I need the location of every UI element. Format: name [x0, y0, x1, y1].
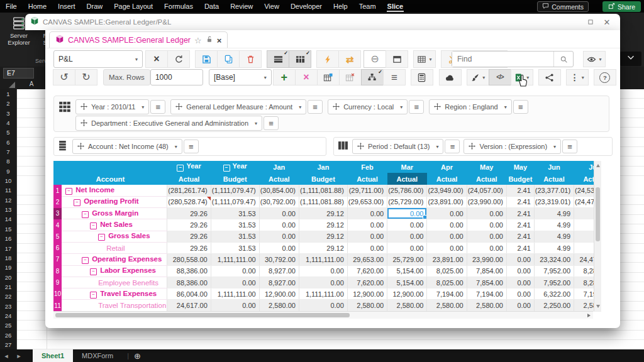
- value-cell[interactable]: 1,111,111.00: [211, 288, 259, 300]
- row-header-12[interactable]: 12: [0, 195, 16, 205]
- menu-item-file[interactable]: File: [0, 0, 23, 13]
- filter-chip-dept[interactable]: Department : Executive General and Admin…: [75, 116, 262, 131]
- max-rows-label[interactable]: Max. Rows: [103, 69, 150, 85]
- column-header-period-3[interactable]: Jan: [299, 161, 347, 173]
- horizontal-scrollbar[interactable]: [53, 311, 593, 319]
- value-cell[interactable]: 0.00: [467, 219, 506, 231]
- columns-axis-chip-1-list-icon[interactable]: ≡: [562, 140, 577, 153]
- value-cell[interactable]: 2.41: [506, 242, 534, 253]
- value-cell[interactable]: (1,111,079.47): [211, 196, 259, 207]
- new-sheet-button[interactable]: ⊕: [134, 351, 141, 361]
- save-button[interactable]: [195, 50, 218, 68]
- row-header-15[interactable]: 15: [0, 224, 16, 234]
- visibility-button[interactable]: ▾: [583, 51, 606, 67]
- value-cell[interactable]: 0.00: [259, 242, 299, 253]
- value-cell[interactable]: 88,386.00: [167, 277, 211, 288]
- value-cell[interactable]: 5,154.00: [387, 277, 427, 288]
- columns-axis-chip-0-list-icon[interactable]: ≡: [445, 140, 460, 153]
- delete-sheet-button[interactable]: [339, 69, 362, 85]
- sheet-tab-mdxform[interactable]: MDXForm: [73, 349, 122, 362]
- row-header-2[interactable]: 2: [0, 99, 16, 108]
- sheet-prev-icon[interactable]: ◂: [0, 352, 13, 360]
- filter-chip-1[interactable]: General Ledger Measure : Amount▾: [170, 99, 306, 114]
- value-cell[interactable]: 2,580.00: [347, 300, 387, 311]
- row-header-23[interactable]: 23: [0, 302, 16, 311]
- value-cell[interactable]: 0.00: [259, 208, 299, 219]
- row-header-17[interactable]: 17: [0, 244, 16, 253]
- value-cell[interactable]: 0.00: [506, 254, 534, 265]
- value-cell[interactable]: 0.00: [387, 231, 427, 242]
- row-header-8[interactable]: 8: [0, 156, 16, 166]
- row-number-4[interactable]: 4: [53, 219, 62, 231]
- value-cell[interactable]: 8,025.00: [427, 265, 467, 277]
- view-tab[interactable]: CANVAS SAMPLE:General Ledger ☆ ×: [49, 31, 228, 48]
- value-cell[interactable]: 29.26: [167, 231, 211, 242]
- help-button[interactable]: ?: [594, 69, 616, 85]
- value-cell[interactable]: 2,580.00: [387, 300, 427, 311]
- row-header-14[interactable]: 14: [0, 214, 16, 224]
- scroll-up-icon[interactable]: [596, 164, 600, 167]
- row-header-11[interactable]: 11: [0, 185, 16, 195]
- scroll-thumb[interactable]: [55, 313, 350, 317]
- row-header-20[interactable]: 20: [0, 273, 16, 282]
- value-cell[interactable]: 88,386.00: [167, 265, 211, 277]
- column-header-measure-3[interactable]: Budget: [299, 173, 347, 185]
- row-number-7[interactable]: 7: [53, 254, 62, 265]
- account-column-header[interactable]: Account: [53, 161, 167, 185]
- value-cell[interactable]: 2.41: [506, 196, 534, 207]
- value-cell[interactable]: 0.00: [427, 208, 467, 219]
- value-cell[interactable]: 7,854.00: [467, 265, 506, 277]
- row-header-10[interactable]: 10: [0, 176, 16, 185]
- column-header-measure-4[interactable]: Actual: [347, 173, 387, 185]
- row-number-2[interactable]: 2: [53, 196, 62, 207]
- remove-button[interactable]: ×: [295, 69, 318, 85]
- account-cell-travel-expenses[interactable]: −Travel Expenses: [62, 288, 167, 300]
- value-cell[interactable]: (1,111,081.88): [299, 196, 347, 207]
- column-header-period-6[interactable]: Apr: [427, 161, 467, 173]
- column-header-measure-9[interactable]: Actual: [534, 173, 574, 185]
- row-number-8[interactable]: 8: [53, 265, 62, 277]
- account-cell-labor-expenses[interactable]: −Labor Expenses: [62, 265, 167, 277]
- row-number-11[interactable]: 11: [53, 300, 62, 311]
- account-cell-employee-benefits[interactable]: Employee Benefits: [62, 277, 167, 288]
- vertical-scrollbar[interactable]: [594, 161, 601, 311]
- value-cell[interactable]: (23,891.00): [427, 196, 467, 207]
- close-view-button[interactable]: ×: [145, 50, 168, 68]
- menu-item-developer[interactable]: Developer: [285, 0, 328, 13]
- account-cell-gross-margin[interactable]: −Gross Margin: [62, 208, 167, 219]
- code-view-button[interactable]: </>: [489, 69, 511, 85]
- value-cell[interactable]: 8,927.00: [259, 265, 299, 277]
- filter-chip-2-list-icon[interactable]: ≡: [409, 100, 424, 114]
- value-cell[interactable]: 0.00: [387, 219, 427, 231]
- value-cell[interactable]: (23,990.00): [467, 196, 506, 207]
- column-header-period-5[interactable]: Mar: [387, 161, 427, 173]
- insert-sheet-button[interactable]: [317, 69, 340, 85]
- value-cell[interactable]: 0.00: [387, 208, 427, 219]
- value-cell[interactable]: (1,111,079.47): [211, 185, 259, 196]
- hierarchy-view-button[interactable]: ✓: [361, 69, 384, 85]
- redo-button[interactable]: ↻: [75, 69, 97, 85]
- layout-toggle-rows[interactable]: ✓: [267, 50, 289, 68]
- filter-chip-3-list-icon[interactable]: ≡: [513, 100, 528, 114]
- value-cell[interactable]: 23,891.00: [427, 254, 467, 265]
- value-cell[interactable]: 5,154.00: [387, 265, 427, 277]
- value-cell[interactable]: 31.53: [211, 242, 259, 253]
- row-header-9[interactable]: 9: [0, 167, 16, 176]
- value-cell[interactable]: 0.00: [211, 300, 259, 311]
- value-cell[interactable]: 12,900.00: [347, 288, 387, 300]
- menu-item-home[interactable]: Home: [23, 0, 52, 13]
- find-input[interactable]: [452, 52, 553, 67]
- value-cell[interactable]: 0.00: [211, 277, 259, 288]
- duplicate-button[interactable]: [217, 50, 240, 68]
- menu-item-data[interactable]: Data: [199, 0, 225, 13]
- restore-icon[interactable]: [582, 18, 599, 27]
- column-header-period-0[interactable]: −Year: [167, 161, 211, 173]
- menu-item-insert[interactable]: Insert: [52, 0, 81, 13]
- value-cell[interactable]: 31.53: [211, 231, 259, 242]
- row-number-3[interactable]: 3: [53, 208, 62, 219]
- value-cell[interactable]: 280,558.00: [167, 254, 211, 265]
- row-header-22[interactable]: 22: [0, 292, 16, 301]
- value-cell[interactable]: 4.99: [534, 231, 574, 242]
- sheet-tab-sheet1[interactable]: Sheet1: [33, 349, 73, 362]
- view-selector[interactable]: P&L▾: [53, 50, 143, 68]
